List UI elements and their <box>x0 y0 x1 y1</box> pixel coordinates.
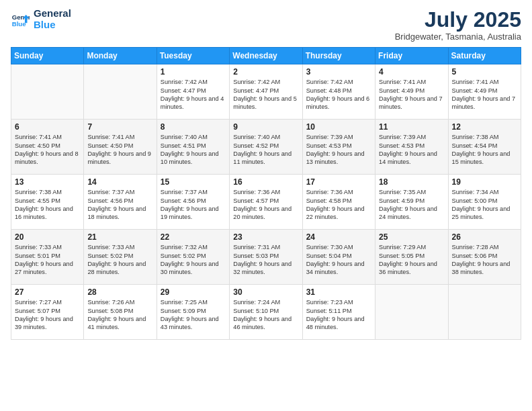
calendar-cell: 15Sunrise: 7:37 AMSunset: 4:56 PMDayligh… <box>157 175 229 230</box>
day-number: 8 <box>161 122 226 132</box>
day-number: 18 <box>379 177 444 187</box>
day-number: 9 <box>233 122 298 132</box>
calendar-cell <box>11 64 84 120</box>
calendar-cell: 27Sunrise: 7:27 AMSunset: 5:07 PMDayligh… <box>11 285 84 340</box>
day-number: 31 <box>306 287 371 297</box>
calendar-cell: 5Sunrise: 7:41 AMSunset: 4:49 PMDaylight… <box>448 64 521 120</box>
calendar-cell: 6Sunrise: 7:41 AMSunset: 4:50 PMDaylight… <box>11 120 84 175</box>
calendar-cell: 22Sunrise: 7:32 AMSunset: 5:02 PMDayligh… <box>157 230 229 285</box>
weekday-header-saturday: Saturday <box>448 48 521 64</box>
weekday-header-row: SundayMondayTuesdayWednesdayThursdayFrid… <box>11 48 521 64</box>
day-number: 7 <box>87 122 152 132</box>
weekday-header-wednesday: Wednesday <box>230 48 302 64</box>
day-number: 5 <box>452 67 517 77</box>
day-number: 15 <box>161 177 226 187</box>
weekday-header-thursday: Thursday <box>302 48 375 64</box>
svg-text:Blue: Blue <box>12 19 26 27</box>
cell-info: Sunrise: 7:24 AMSunset: 5:10 PMDaylight:… <box>233 298 298 332</box>
day-number: 17 <box>306 177 371 187</box>
calendar-cell: 20Sunrise: 7:33 AMSunset: 5:01 PMDayligh… <box>11 230 84 285</box>
calendar-cell: 21Sunrise: 7:33 AMSunset: 5:02 PMDayligh… <box>84 230 157 285</box>
calendar-week-2: 6Sunrise: 7:41 AMSunset: 4:50 PMDaylight… <box>11 120 521 175</box>
month-year: July 2025 <box>395 8 521 32</box>
weekday-header-friday: Friday <box>375 48 448 64</box>
logo-general: General <box>34 8 71 19</box>
calendar-cell: 23Sunrise: 7:31 AMSunset: 5:03 PMDayligh… <box>230 230 302 285</box>
calendar-cell: 29Sunrise: 7:25 AMSunset: 5:09 PMDayligh… <box>157 285 229 340</box>
calendar-cell: 9Sunrise: 7:40 AMSunset: 4:52 PMDaylight… <box>230 120 302 175</box>
cell-info: Sunrise: 7:42 AMSunset: 4:47 PMDaylight:… <box>161 78 226 111</box>
cell-info: Sunrise: 7:35 AMSunset: 4:59 PMDaylight:… <box>379 188 444 222</box>
day-number: 21 <box>87 232 152 242</box>
calendar-cell: 18Sunrise: 7:35 AMSunset: 4:59 PMDayligh… <box>375 175 448 230</box>
calendar-cell: 3Sunrise: 7:42 AMSunset: 4:48 PMDaylight… <box>302 64 375 120</box>
calendar-cell: 8Sunrise: 7:40 AMSunset: 4:51 PMDaylight… <box>157 120 229 175</box>
cell-info: Sunrise: 7:34 AMSunset: 5:00 PMDaylight:… <box>452 188 517 222</box>
day-number: 14 <box>87 177 152 187</box>
day-number: 12 <box>452 122 517 132</box>
calendar-cell: 19Sunrise: 7:34 AMSunset: 5:00 PMDayligh… <box>448 175 521 230</box>
day-number: 16 <box>233 177 298 187</box>
day-number: 1 <box>161 67 226 77</box>
day-number: 23 <box>233 232 298 242</box>
calendar-week-5: 27Sunrise: 7:27 AMSunset: 5:07 PMDayligh… <box>11 285 521 340</box>
calendar-cell: 2Sunrise: 7:42 AMSunset: 4:47 PMDaylight… <box>230 64 302 120</box>
cell-info: Sunrise: 7:37 AMSunset: 4:56 PMDaylight:… <box>161 188 226 222</box>
calendar-cell: 14Sunrise: 7:37 AMSunset: 4:56 PMDayligh… <box>84 175 157 230</box>
weekday-header-tuesday: Tuesday <box>157 48 229 64</box>
location: Bridgewater, Tasmania, Australia <box>395 32 521 42</box>
cell-info: Sunrise: 7:40 AMSunset: 4:51 PMDaylight:… <box>161 133 226 167</box>
cell-info: Sunrise: 7:23 AMSunset: 5:11 PMDaylight:… <box>306 298 371 332</box>
calendar-cell <box>448 285 521 340</box>
calendar-cell: 12Sunrise: 7:38 AMSunset: 4:54 PMDayligh… <box>448 120 521 175</box>
cell-info: Sunrise: 7:31 AMSunset: 5:03 PMDaylight:… <box>233 243 298 277</box>
cell-info: Sunrise: 7:25 AMSunset: 5:09 PMDaylight:… <box>161 298 226 332</box>
day-number: 22 <box>161 232 226 242</box>
header: General Blue General Blue July 2025 Brid… <box>11 8 521 42</box>
logo-blue: Blue <box>34 19 71 31</box>
cell-info: Sunrise: 7:36 AMSunset: 4:57 PMDaylight:… <box>233 188 298 222</box>
calendar-cell: 11Sunrise: 7:39 AMSunset: 4:53 PMDayligh… <box>375 120 448 175</box>
cell-info: Sunrise: 7:41 AMSunset: 4:50 PMDaylight:… <box>87 133 152 167</box>
cell-info: Sunrise: 7:26 AMSunset: 5:08 PMDaylight:… <box>87 298 152 332</box>
weekday-header-sunday: Sunday <box>11 48 84 64</box>
cell-info: Sunrise: 7:29 AMSunset: 5:05 PMDaylight:… <box>379 243 444 277</box>
calendar-cell: 7Sunrise: 7:41 AMSunset: 4:50 PMDaylight… <box>84 120 157 175</box>
cell-info: Sunrise: 7:41 AMSunset: 4:50 PMDaylight:… <box>15 133 80 167</box>
cell-info: Sunrise: 7:41 AMSunset: 4:49 PMDaylight:… <box>452 78 517 111</box>
calendar-cell: 10Sunrise: 7:39 AMSunset: 4:53 PMDayligh… <box>302 120 375 175</box>
cell-info: Sunrise: 7:27 AMSunset: 5:07 PMDaylight:… <box>15 298 80 332</box>
cell-info: Sunrise: 7:41 AMSunset: 4:49 PMDaylight:… <box>379 78 444 111</box>
cell-info: Sunrise: 7:36 AMSunset: 4:58 PMDaylight:… <box>306 188 371 222</box>
day-number: 3 <box>306 67 371 77</box>
day-number: 13 <box>15 177 80 187</box>
cell-info: Sunrise: 7:33 AMSunset: 5:01 PMDaylight:… <box>15 243 80 277</box>
calendar-cell: 13Sunrise: 7:38 AMSunset: 4:55 PMDayligh… <box>11 175 84 230</box>
calendar-week-3: 13Sunrise: 7:38 AMSunset: 4:55 PMDayligh… <box>11 175 521 230</box>
day-number: 2 <box>233 67 298 77</box>
calendar-cell: 16Sunrise: 7:36 AMSunset: 4:57 PMDayligh… <box>230 175 302 230</box>
day-number: 24 <box>306 232 371 242</box>
day-number: 29 <box>161 287 226 297</box>
calendar-cell: 25Sunrise: 7:29 AMSunset: 5:05 PMDayligh… <box>375 230 448 285</box>
logo: General Blue General Blue <box>11 8 71 30</box>
calendar-week-4: 20Sunrise: 7:33 AMSunset: 5:01 PMDayligh… <box>11 230 521 285</box>
weekday-header-monday: Monday <box>84 48 157 64</box>
calendar-cell: 26Sunrise: 7:28 AMSunset: 5:06 PMDayligh… <box>448 230 521 285</box>
cell-info: Sunrise: 7:42 AMSunset: 4:48 PMDaylight:… <box>306 78 371 111</box>
day-number: 4 <box>379 67 444 77</box>
cell-info: Sunrise: 7:38 AMSunset: 4:54 PMDaylight:… <box>452 133 517 167</box>
calendar-cell: 17Sunrise: 7:36 AMSunset: 4:58 PMDayligh… <box>302 175 375 230</box>
cell-info: Sunrise: 7:28 AMSunset: 5:06 PMDaylight:… <box>452 243 517 277</box>
cell-info: Sunrise: 7:39 AMSunset: 4:53 PMDaylight:… <box>379 133 444 167</box>
day-number: 30 <box>233 287 298 297</box>
calendar-page: General Blue General Blue July 2025 Brid… <box>0 0 532 411</box>
cell-info: Sunrise: 7:38 AMSunset: 4:55 PMDaylight:… <box>15 188 80 222</box>
day-number: 28 <box>87 287 152 297</box>
cell-info: Sunrise: 7:33 AMSunset: 5:02 PMDaylight:… <box>87 243 152 277</box>
calendar-cell: 4Sunrise: 7:41 AMSunset: 4:49 PMDaylight… <box>375 64 448 120</box>
day-number: 20 <box>15 232 80 242</box>
calendar-cell: 28Sunrise: 7:26 AMSunset: 5:08 PMDayligh… <box>84 285 157 340</box>
cell-info: Sunrise: 7:40 AMSunset: 4:52 PMDaylight:… <box>233 133 298 167</box>
day-number: 11 <box>379 122 444 132</box>
